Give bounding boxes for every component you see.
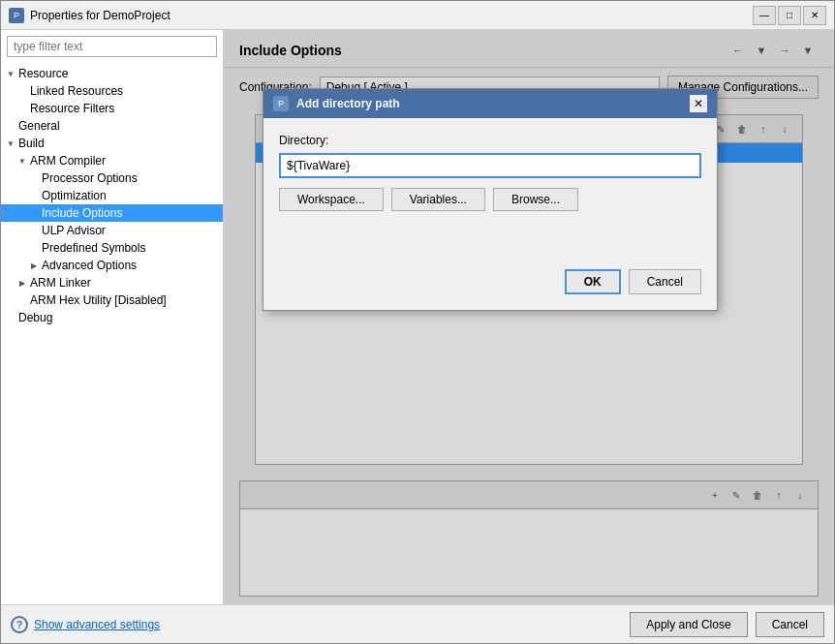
- window-title: Properties for DemoProject: [30, 9, 753, 22]
- ok-button[interactable]: OK: [565, 269, 621, 294]
- tree-label-resource: Resource: [18, 67, 68, 80]
- dialog-close-button[interactable]: ✕: [690, 95, 707, 112]
- cancel-main-button[interactable]: Cancel: [756, 612, 824, 637]
- tree-item-build[interactable]: ▼Build: [1, 135, 223, 152]
- tree-toggle-predefined-symbols: [28, 242, 40, 254]
- tree-label-include-options: Include Options: [42, 206, 122, 220]
- tree-toggle-arm-linker[interactable]: ▶: [16, 277, 28, 289]
- tree-item-arm-hex-utility[interactable]: ARM Hex Utility [Disabled]: [1, 291, 223, 309]
- main-window: P Properties for DemoProject — □ ✕ ▼Reso…: [0, 0, 835, 644]
- filter-input[interactable]: [7, 36, 217, 57]
- tree-toggle-processor-options: [28, 172, 40, 184]
- tree-label-processor-options: Processor Options: [42, 171, 138, 185]
- directory-input[interactable]: [279, 153, 701, 178]
- tree-toggle-debug: [5, 312, 16, 323]
- tree-item-general[interactable]: General: [1, 117, 223, 135]
- dialog: P Add directory path ✕ Directory: Worksp…: [263, 88, 718, 311]
- dialog-title: Add directory path: [296, 97, 682, 110]
- tree-toggle-build[interactable]: ▼: [5, 138, 16, 149]
- tree-toggle-resource[interactable]: ▼: [5, 68, 16, 79]
- dialog-title-bar: P Add directory path ✕: [263, 89, 717, 118]
- tree-toggle-arm-compiler[interactable]: ▼: [16, 155, 28, 167]
- tree-toggle-advanced-options[interactable]: ▶: [28, 260, 40, 271]
- tree-label-optimization: Optimization: [42, 189, 107, 202]
- tree-toggle-arm-hex-utility: [16, 294, 28, 306]
- sidebar: ▼ResourceLinked ResourcesResource Filter…: [1, 30, 224, 604]
- content-area: ▼ResourceLinked ResourcesResource Filter…: [1, 30, 834, 604]
- show-advanced-link[interactable]: Show advanced settings: [34, 618, 160, 631]
- tree-item-arm-compiler[interactable]: ▼ARM Compiler: [1, 152, 223, 169]
- tree-label-advanced-options: Advanced Options: [42, 259, 137, 272]
- apply-close-button[interactable]: Apply and Close: [630, 612, 747, 637]
- dialog-body: Directory: Workspace... Variables... Bro…: [263, 118, 717, 310]
- tree-label-ulp-advisor: ULP Advisor: [42, 224, 106, 237]
- bottom-right-buttons: Apply and Close Cancel: [630, 612, 824, 637]
- tree-item-predefined-symbols[interactable]: Predefined Symbols: [1, 239, 223, 257]
- window-controls: — □ ✕: [753, 6, 826, 25]
- tree-item-resource[interactable]: ▼Resource: [1, 65, 223, 82]
- tree-toggle-general: [5, 120, 16, 132]
- tree-label-debug: Debug: [18, 311, 52, 324]
- window-icon: P: [9, 8, 24, 23]
- tree-label-arm-compiler: ARM Compiler: [30, 154, 106, 168]
- tree-item-ulp-advisor[interactable]: ULP Advisor: [1, 222, 223, 239]
- browse-button[interactable]: Browse...: [493, 188, 578, 211]
- tree-label-arm-hex-utility: ARM Hex Utility [Disabled]: [30, 293, 167, 307]
- dialog-action-buttons: Workspace... Variables... Browse...: [279, 188, 701, 211]
- directory-label: Directory:: [279, 134, 701, 147]
- close-button[interactable]: ✕: [803, 6, 826, 25]
- tree-toggle-include-options: [28, 207, 40, 219]
- tree-label-build: Build: [18, 137, 45, 150]
- tree-item-advanced-options[interactable]: ▶Advanced Options: [1, 257, 223, 274]
- tree-label-arm-linker: ARM Linker: [30, 276, 91, 290]
- title-bar: P Properties for DemoProject — □ ✕: [1, 1, 834, 30]
- minimize-button[interactable]: —: [753, 6, 776, 25]
- maximize-button[interactable]: □: [778, 6, 801, 25]
- tree-item-linked-resources[interactable]: Linked Resources: [1, 82, 223, 100]
- dialog-icon: P: [273, 96, 289, 111]
- tree-area: ▼ResourceLinked ResourcesResource Filter…: [1, 63, 223, 604]
- tree-label-linked-resources: Linked Resources: [30, 84, 123, 98]
- help-icon[interactable]: ?: [11, 616, 28, 633]
- variables-button[interactable]: Variables...: [391, 188, 485, 211]
- tree-label-general: General: [18, 119, 60, 133]
- right-panel: Include Options ← ▼ → ▼ Configuration: D…: [224, 30, 834, 604]
- workspace-button[interactable]: Workspace...: [279, 188, 384, 211]
- tree-item-arm-linker[interactable]: ▶ARM Linker: [1, 274, 223, 291]
- tree-item-optimization[interactable]: Optimization: [1, 187, 223, 204]
- tree-toggle-ulp-advisor: [28, 225, 40, 236]
- dialog-cancel-button[interactable]: Cancel: [629, 269, 701, 294]
- tree-toggle-linked-resources: [16, 85, 28, 97]
- tree-item-include-options[interactable]: Include Options: [1, 204, 223, 222]
- tree-item-resource-filters[interactable]: Resource Filters: [1, 100, 223, 117]
- tree-label-resource-filters: Resource Filters: [30, 102, 114, 115]
- tree-label-predefined-symbols: Predefined Symbols: [42, 241, 145, 255]
- dialog-overlay: P Add directory path ✕ Directory: Worksp…: [224, 30, 834, 604]
- tree-item-processor-options[interactable]: Processor Options: [1, 169, 223, 187]
- bottom-bar: ? Show advanced settings Apply and Close…: [1, 604, 834, 643]
- tree-toggle-resource-filters: [16, 103, 28, 114]
- tree-item-debug[interactable]: Debug: [1, 309, 223, 326]
- tree-toggle-optimization: [28, 190, 40, 201]
